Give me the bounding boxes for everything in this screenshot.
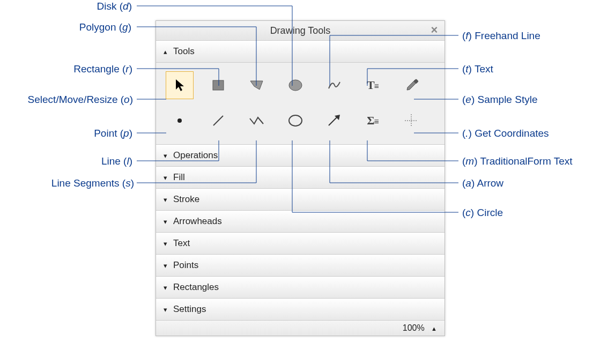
- section-label: Operations: [173, 150, 218, 161]
- section-operations[interactable]: ▾ Operations: [156, 145, 445, 167]
- chevron-down-icon: ▾: [164, 262, 173, 270]
- footer: 100% ▲: [156, 321, 445, 336]
- callout-disk: Disk (d): [84, 1, 132, 12]
- section-label: Rectangles: [173, 282, 219, 293]
- close-icon[interactable]: ×: [428, 24, 440, 36]
- eyedropper-icon: [403, 78, 419, 93]
- tool-point[interactable]: [166, 107, 194, 135]
- zoom-display[interactable]: 100%: [403, 323, 425, 332]
- section-label: Arrowheads: [173, 216, 222, 227]
- tool-freehand[interactable]: [320, 71, 348, 99]
- chevron-down-icon: ▾: [164, 240, 173, 248]
- tool-grid: T≡: [156, 63, 445, 145]
- section-label: Stroke: [173, 194, 199, 205]
- section-label: Fill: [173, 172, 185, 183]
- segments-icon: [248, 113, 265, 128]
- callout-select: Select/Move/Resize (o): [2, 94, 133, 106]
- callout-freehand: (f) Freehand Line: [462, 30, 540, 42]
- tool-line-segments[interactable]: [243, 107, 271, 135]
- callout-rectangle: Rectangle (r): [52, 63, 132, 75]
- callout-tform: (m) TraditionalForm Text: [462, 155, 573, 167]
- tool-line[interactable]: [204, 107, 232, 135]
- tool-traditionalform-text[interactable]: Σ≡: [359, 107, 387, 135]
- tool-row-2: Σ≡: [166, 107, 435, 135]
- section-label: Tools: [173, 46, 195, 57]
- tool-select[interactable]: [166, 71, 194, 99]
- panel-title: Drawing Tools: [270, 25, 331, 36]
- callout-point: Point (p): [82, 128, 132, 139]
- callout-arrow: (a) Arrow: [462, 177, 503, 189]
- tool-rectangle[interactable]: [204, 71, 232, 99]
- tool-row-1: T≡: [166, 71, 435, 99]
- section-arrowheads[interactable]: ▾ Arrowheads: [156, 211, 445, 233]
- chevron-down-icon: ▾: [164, 284, 173, 292]
- cursor-icon: [172, 78, 187, 93]
- section-fill[interactable]: ▾ Fill: [156, 167, 445, 189]
- polygon-icon: [249, 78, 265, 93]
- chevron-down-icon: ▾: [164, 218, 173, 226]
- chevron-up-icon: ▴: [164, 48, 173, 56]
- section-label: Text: [173, 238, 190, 249]
- callout-polygon: Polygon (g): [62, 21, 131, 33]
- callout-sample: (e) Sample Style: [462, 94, 537, 106]
- section-rectangles[interactable]: ▾ Rectangles: [156, 277, 445, 299]
- svg-line-6: [329, 116, 338, 125]
- svg-point-5: [289, 115, 302, 126]
- section-points[interactable]: ▾ Points: [156, 255, 445, 277]
- chevron-down-icon: ▾: [164, 152, 173, 160]
- tool-text[interactable]: T≡: [359, 71, 387, 99]
- tool-get-coordinates[interactable]: [397, 107, 425, 135]
- chevron-down-icon: ▾: [164, 174, 173, 182]
- tool-arrow[interactable]: [320, 107, 348, 135]
- section-text[interactable]: ▾ Text: [156, 233, 445, 255]
- section-label: Points: [173, 260, 198, 271]
- callout-text: (t) Text: [462, 63, 493, 75]
- tool-sample-style[interactable]: [397, 71, 425, 99]
- section-settings[interactable]: ▾ Settings: [156, 299, 445, 321]
- svg-point-1: [289, 80, 302, 91]
- section-label: Settings: [173, 304, 206, 315]
- titlebar: Drawing Tools ×: [156, 21, 445, 41]
- point-icon: [172, 113, 187, 128]
- triangle-up-icon[interactable]: ▲: [431, 321, 437, 336]
- svg-point-3: [177, 118, 182, 123]
- line-icon: [211, 113, 226, 128]
- arrow-icon: [326, 113, 342, 128]
- tool-polygon[interactable]: [243, 71, 271, 99]
- callout-coords: (.) Get Coordinates: [462, 128, 549, 139]
- freehand-icon: [326, 78, 342, 93]
- circle-icon: [287, 113, 303, 128]
- rectangle-icon: [211, 78, 226, 93]
- callout-segments: Line Segments (s): [32, 177, 134, 189]
- text-icon: T≡: [367, 78, 379, 92]
- chevron-down-icon: ▾: [164, 306, 173, 314]
- crosshair-icon: [404, 113, 419, 128]
- sigma-text-icon: Σ≡: [367, 114, 379, 128]
- tool-disk[interactable]: [282, 71, 309, 99]
- chevron-down-icon: ▾: [164, 196, 173, 204]
- callout-line: Line (l): [91, 155, 132, 167]
- disk-icon: [287, 78, 303, 93]
- callout-circle: (c) Circle: [462, 207, 503, 219]
- section-tools[interactable]: ▴ Tools: [156, 41, 445, 63]
- drawing-tools-panel: Drawing Tools × ▴ Tools: [155, 20, 445, 336]
- svg-line-4: [213, 116, 223, 125]
- tool-circle[interactable]: [282, 107, 309, 135]
- svg-rect-0: [213, 80, 224, 90]
- section-stroke[interactable]: ▾ Stroke: [156, 189, 445, 211]
